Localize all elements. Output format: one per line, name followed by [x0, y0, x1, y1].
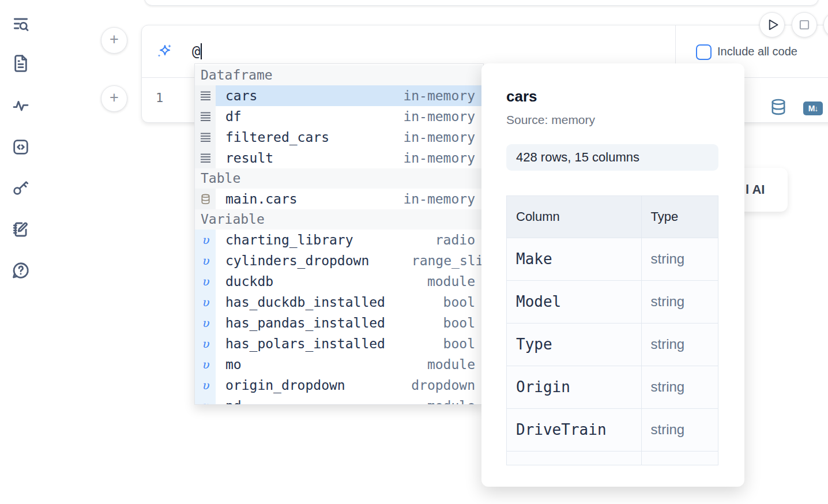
shape-badge: 428 rows, 15 columns [506, 144, 718, 171]
item-name: main.cars [216, 191, 298, 206]
markdown-icon[interactable]: M↓ [803, 101, 823, 115]
section-header-variable: Variable [195, 209, 483, 230]
variable-icon: υ [195, 292, 216, 313]
column-type [641, 451, 718, 465]
item-type: module [427, 274, 483, 289]
variable-icon: υ [195, 271, 216, 292]
schema-row: Model string [507, 280, 718, 323]
add-cell-above-button[interactable]: + [101, 27, 127, 54]
column-header: Column [507, 196, 641, 238]
item-type: bool [443, 336, 483, 351]
plus-icon: + [110, 31, 119, 48]
dataframe-preview-panel: cars Source: memory 428 rows, 15 columns… [481, 63, 744, 487]
text-cursor [201, 43, 202, 59]
item-name: cylinders_dropdown [216, 253, 369, 268]
item-name: df [216, 109, 242, 124]
item-type: bool [443, 315, 483, 330]
schema-table: Column Type Make string Model string Typ… [506, 195, 718, 465]
column-name: Origin [507, 366, 641, 408]
item-name: has_polars_installed [216, 336, 385, 351]
panel-source: Source: memory [506, 113, 718, 127]
completion-item-main-cars[interactable]: main.carsin-memory [195, 189, 483, 209]
help-circle-icon[interactable] [11, 261, 31, 280]
notebook-pen-icon[interactable] [11, 219, 31, 239]
variable-icon: υ [195, 230, 216, 250]
include-all-code-checkbox[interactable] [696, 44, 712, 60]
item-name: mo [216, 357, 242, 372]
variable-icon: υ [195, 354, 216, 375]
column-name: Make [507, 238, 641, 280]
completion-menu: Dataframe carsin-memory dfin-memory filt… [194, 63, 484, 405]
item-type: in-memory [403, 88, 483, 103]
sidebar [0, 0, 40, 504]
item-name: origin_dropdown [216, 378, 345, 393]
list-search-icon[interactable] [11, 14, 31, 33]
variable-icon: υ [195, 313, 216, 333]
item-type: module [427, 357, 483, 372]
variable-icon: υ [195, 333, 216, 354]
sparkles-icon [156, 43, 173, 61]
section-header-table: Table [195, 168, 483, 189]
schema-row: Origin string [507, 366, 718, 408]
item-type: radio [435, 232, 483, 247]
rows-icon [195, 85, 216, 106]
variable-icon: υ [195, 250, 216, 271]
completion-item-result[interactable]: resultin-memory [195, 148, 483, 168]
run-cell-button[interactable] [759, 12, 785, 37]
plus-icon: + [110, 89, 119, 107]
item-name: charting_library [216, 232, 353, 247]
panel-title: cars [506, 88, 718, 106]
code-box-icon[interactable] [11, 137, 31, 157]
completion-item-duckdb[interactable]: υ duckdbmodule [195, 271, 483, 292]
item-name: filtered_cars [216, 130, 329, 145]
stop-button[interactable] [792, 12, 817, 37]
item-name: cars [216, 88, 257, 103]
section-header-dataframe: Dataframe [195, 65, 483, 85]
add-cell-below-button[interactable]: + [101, 85, 127, 112]
schema-row: Make string [507, 238, 718, 280]
schema-header-row: Column Type [507, 196, 718, 238]
rows-icon [195, 127, 216, 148]
column-name: Model [507, 280, 641, 323]
clipped-row: υ pdmodule [195, 396, 483, 404]
completion-item-charting-library[interactable]: υ charting_libraryradio [195, 230, 483, 250]
column-type: string [641, 280, 718, 323]
activity-icon[interactable] [11, 96, 31, 115]
column-type: string [641, 408, 718, 451]
database-icon [195, 189, 216, 209]
completion-item-df[interactable]: dfin-memory [195, 106, 483, 127]
completion-item-has-duckdb-installed[interactable]: υ has_duckdb_installedbool [195, 292, 483, 313]
previous-cell-edge [144, 0, 819, 6]
completion-item-mo[interactable]: υ momodule [195, 354, 483, 375]
item-name: duckdb [216, 274, 273, 289]
schema-row: Type string [507, 323, 718, 366]
stop-icon [792, 12, 816, 37]
column-name [507, 451, 641, 465]
completion-item-cars[interactable]: carsin-memory [195, 85, 483, 106]
column-name: Type [507, 323, 641, 366]
item-type: in-memory [403, 109, 483, 124]
item-type: in-memory [403, 191, 483, 206]
file-text-icon[interactable] [11, 54, 31, 73]
completion-item-origin-dropdown[interactable]: υ origin_dropdowndropdown [195, 375, 483, 396]
item-type: in-memory [403, 151, 483, 166]
database-icon[interactable] [770, 99, 786, 116]
item-name: pd [216, 398, 242, 404]
item-type: in-memory [403, 130, 483, 145]
item-type: bool [443, 295, 483, 310]
item-name: has_pandas_installed [216, 315, 385, 330]
ai-prompt-input[interactable]: @ [192, 41, 202, 62]
completion-item-cylinders-dropdown[interactable]: υ cylinders_dropdownrange_slider [195, 250, 483, 271]
completion-item-filtered-cars[interactable]: filtered_carsin-memory [195, 127, 483, 148]
column-type: string [641, 238, 718, 280]
ai-prompt-value: @ [192, 43, 200, 59]
line-number: 1 [156, 91, 163, 105]
column-type: string [641, 366, 718, 408]
completion-item-pd[interactable]: υ pdmodule [195, 396, 483, 404]
completion-item-has-pandas-installed[interactable]: υ has_pandas_installedbool [195, 313, 483, 333]
key-icon[interactable] [11, 178, 31, 197]
variable-icon: υ [195, 396, 216, 404]
item-name: has_duckdb_installed [216, 295, 385, 310]
item-type: dropdown [411, 378, 483, 393]
completion-item-has-polars-installed[interactable]: υ has_polars_installedbool [195, 333, 483, 354]
